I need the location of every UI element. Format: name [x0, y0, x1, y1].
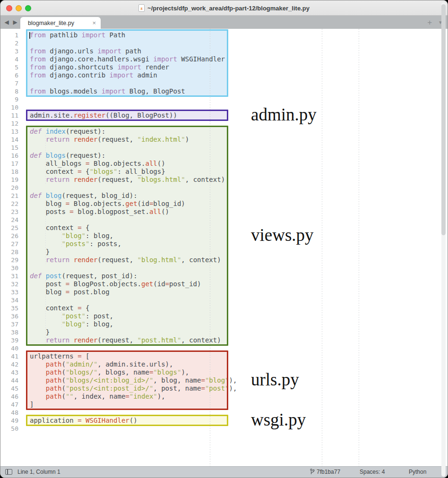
code-line-46[interactable]: 46 path("", index, name="index"),	[0, 393, 448, 401]
line-number: 17	[0, 160, 23, 168]
code-line-23[interactable]: 23 posts = blog.blogpost_set.all()	[0, 208, 448, 216]
code-text	[23, 120, 30, 128]
syntax-status[interactable]: Python	[409, 469, 426, 475]
line-number: 40	[0, 344, 23, 352]
code-line-42[interactable]: 42 path("admin/", admin.site.urls),	[0, 360, 448, 368]
code-line-49[interactable]: 49application = WSGIHandler()	[0, 417, 448, 425]
code-line-25[interactable]: 25 context = {	[0, 224, 448, 232]
code-line-27[interactable]: 27 "posts": posts,	[0, 240, 448, 248]
code-text: path("admin/", admin.site.urls),	[23, 360, 173, 368]
code-line-19[interactable]: 19 return render(request, "blogs.html", …	[0, 176, 448, 184]
code-line-34[interactable]: 34	[0, 296, 448, 304]
code-line-33[interactable]: 33 blog = post.blog	[0, 288, 448, 296]
code-line-5[interactable]: 5from django.shortcuts import render	[0, 63, 448, 71]
line-number: 9	[0, 95, 23, 103]
code-line-4[interactable]: 4from django.core.handlers.wsgi import W…	[0, 55, 448, 63]
line-number: 19	[0, 176, 23, 184]
tab-title: blogmaker_lite.py	[28, 20, 89, 26]
code-text: post = BlogPost.objects.get(id=post_id)	[23, 280, 201, 288]
code-line-38[interactable]: 38 }	[0, 328, 448, 336]
code-line-2[interactable]: 2	[0, 39, 448, 47]
code-text: posts = blog.blogpost_set.all()	[23, 208, 169, 216]
new-tab-button[interactable]: +	[427, 18, 432, 26]
code-line-43[interactable]: 43 path("blogs/", blogs, name="blogs"),	[0, 368, 448, 376]
back-arrow-icon[interactable]: ◀	[3, 19, 10, 26]
line-number: 23	[0, 208, 23, 216]
line-number: 2	[0, 39, 23, 47]
code-line-10[interactable]: 10	[0, 103, 448, 111]
code-text: path("blogs/", blogs, name="blogs"),	[23, 368, 189, 376]
code-line-28[interactable]: 28 }	[0, 248, 448, 256]
git-status: 7fb1ba77	[310, 469, 340, 475]
panel-toggle-icon[interactable]	[5, 469, 12, 475]
code-line-39[interactable]: 39 return render(request, "post.html", c…	[0, 336, 448, 344]
code-line-9[interactable]: 9	[0, 95, 448, 103]
code-line-26[interactable]: 26 "blog": blog,	[0, 232, 448, 240]
line-number: 49	[0, 417, 23, 425]
line-number: 34	[0, 296, 23, 304]
code-line-37[interactable]: 37 "blog": blog,	[0, 320, 448, 328]
code-line-8[interactable]: 8from blogs.models import Blog, BlogPost	[0, 87, 448, 95]
code-line-7[interactable]: 7	[0, 79, 448, 87]
code-line-40[interactable]: 40	[0, 344, 448, 352]
line-number: 11	[0, 111, 23, 120]
code-text: blog = Blog.objects.get(id=blog_id)	[23, 200, 185, 208]
line-number: 30	[0, 264, 23, 272]
code-line-3[interactable]: 3from django.urls import path	[0, 47, 448, 55]
code-line-47[interactable]: 47]	[0, 401, 448, 409]
code-lines: 1from pathlib import Path23from django.u…	[0, 31, 448, 433]
code-line-14[interactable]: 14 return render(request, "index.html")	[0, 136, 448, 144]
code-text: path("posts/<int:post_id>/", post, name=…	[23, 384, 237, 393]
code-text: }	[23, 248, 50, 256]
code-text: path("", index, name="index"),	[23, 393, 165, 401]
code-line-12[interactable]: 12	[0, 120, 448, 128]
code-line-17[interactable]: 17 all_blogs = Blog.objects.all()	[0, 160, 448, 168]
code-line-36[interactable]: 36 "post": post,	[0, 312, 448, 320]
code-line-11[interactable]: 11admin.site.register((Blog, BlogPost))	[0, 111, 448, 120]
code-text: def blogs(request):	[23, 152, 105, 160]
line-number: 7	[0, 79, 23, 87]
line-number: 32	[0, 280, 23, 288]
code-line-22[interactable]: 22 blog = Blog.objects.get(id=blog_id)	[0, 200, 448, 208]
code-line-15[interactable]: 15	[0, 144, 448, 152]
code-line-48[interactable]: 48	[0, 409, 448, 417]
code-line-32[interactable]: 32 post = BlogPost.objects.get(id=post_i…	[0, 280, 448, 288]
code-line-20[interactable]: 20	[0, 184, 448, 192]
code-line-31[interactable]: 31def post(request, post_id):	[0, 272, 448, 280]
code-text: urlpatterns = [	[23, 352, 89, 360]
scrollbar-thumb[interactable]	[441, 4, 446, 235]
code-text: application = WSGIHandler()	[23, 417, 138, 425]
code-line-35[interactable]: 35 context = {	[0, 304, 448, 312]
code-text: return render(request, "index.html")	[23, 136, 189, 144]
code-editor-area[interactable]: 1from pathlib import Path23from django.u…	[0, 29, 448, 466]
code-line-30[interactable]: 30	[0, 264, 448, 272]
line-number: 38	[0, 328, 23, 336]
tab-blogmaker-lite[interactable]: blogmaker_lite.py ×	[20, 17, 101, 29]
code-text: path("blogs/<int:blog_id>/", blog, name=…	[23, 376, 237, 384]
tab-close-icon[interactable]: ×	[92, 19, 96, 26]
code-line-13[interactable]: 13def index(request):	[0, 128, 448, 136]
indentation-status[interactable]: Spaces: 4	[360, 469, 385, 475]
cursor-position-status: Line 1, Column 1	[17, 469, 60, 475]
code-line-50[interactable]: 50	[0, 425, 448, 433]
forward-arrow-icon[interactable]: ▶	[12, 19, 18, 26]
code-line-29[interactable]: 29 return render(request, "blog.html", c…	[0, 256, 448, 264]
code-text: from django.urls import path	[23, 47, 141, 55]
code-line-18[interactable]: 18 context = {"blogs": all_blogs}	[0, 168, 448, 176]
code-line-45[interactable]: 45 path("posts/<int:post_id>/", post, na…	[0, 384, 448, 393]
code-line-16[interactable]: 16def blogs(request):	[0, 152, 448, 160]
code-line-21[interactable]: 21def blog(request, blog_id):	[0, 192, 448, 200]
line-number: 46	[0, 393, 23, 401]
code-text: from django.contrib import admin	[23, 71, 157, 79]
line-number: 3	[0, 47, 23, 55]
code-line-1[interactable]: 1from pathlib import Path	[0, 31, 448, 39]
code-text: "blog": blog,	[23, 320, 113, 328]
code-line-6[interactable]: 6from django.contrib import admin	[0, 71, 448, 79]
line-number: 33	[0, 288, 23, 296]
code-text	[23, 344, 30, 352]
code-line-41[interactable]: 41urlpatterns = [	[0, 352, 448, 360]
code-line-44[interactable]: 44 path("blogs/<int:blog_id>/", blog, na…	[0, 376, 448, 384]
code-line-24[interactable]: 24	[0, 216, 448, 224]
line-number: 24	[0, 216, 23, 224]
line-number: 22	[0, 200, 23, 208]
